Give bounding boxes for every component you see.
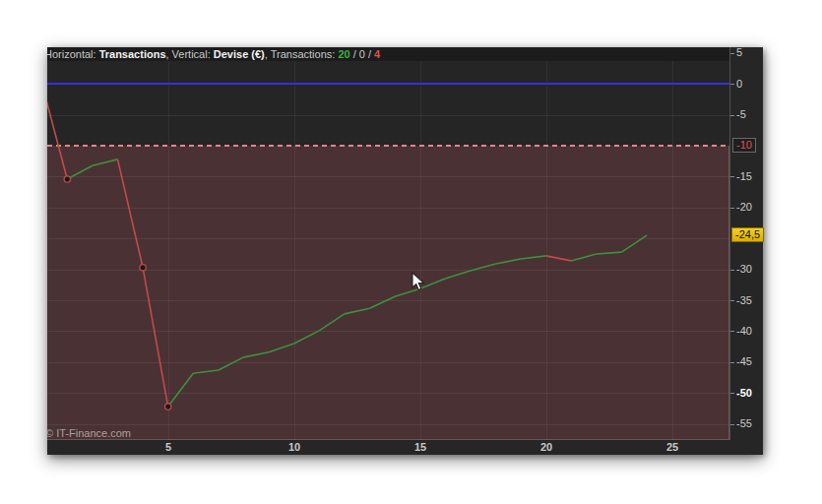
y-axis-tick-label: -45: [736, 355, 752, 368]
transaction-marker: [165, 404, 171, 410]
horizontal-axis-value: Transactions: [99, 48, 166, 60]
vertical-axis-value: Devise (€): [214, 48, 265, 60]
time-scale[interactable]: 510152025: [47, 440, 763, 455]
scale-tick: [730, 53, 734, 54]
transactions-label: , Transactions:: [265, 48, 339, 60]
horizontal-axis-label: Horizontal:: [47, 48, 99, 60]
scale-tick: [730, 208, 734, 209]
y-axis-tick-label: -40: [736, 325, 752, 338]
gain-segment: [621, 235, 647, 252]
gain-segment: [319, 314, 345, 331]
transaction-marker: [64, 176, 70, 182]
gain-segment: [168, 373, 194, 407]
loss-segment: [546, 256, 572, 261]
equity-curve: [47, 47, 729, 440]
y-axis-tick-label: 5: [736, 46, 742, 59]
mouse-cursor: [411, 272, 426, 292]
gain-segment: [496, 259, 522, 264]
scale-tick: [730, 362, 734, 363]
y-axis-tick-label: -5: [736, 108, 746, 121]
scale-tick: [730, 176, 734, 177]
gain-segment: [219, 357, 244, 370]
current-value-tag: -24,5: [731, 227, 764, 242]
losing-transactions-count: 4: [374, 48, 380, 60]
x-axis-tick-label: 20: [540, 441, 552, 453]
itfinance-watermark: © IT-Finance.com: [49, 427, 131, 439]
gain-segment: [471, 264, 496, 271]
scale-tick: [730, 331, 734, 332]
scale-tick: [730, 393, 734, 394]
y-axis-tick-label: -15: [736, 170, 752, 183]
scale-tick: [730, 270, 734, 271]
gain-segment: [445, 271, 471, 279]
y-axis-tick-label: -20: [736, 201, 752, 214]
gain-segment: [345, 308, 370, 314]
scale-tick: [730, 84, 734, 85]
loss-segment: [118, 159, 144, 268]
x-axis-tick-label: 15: [414, 441, 426, 453]
gain-segment: [244, 352, 270, 357]
y-axis-tick-label: -30: [736, 263, 752, 276]
y-axis-tick-label: -50: [736, 387, 752, 400]
gain-segment: [67, 165, 93, 179]
separator: /: [365, 48, 374, 60]
gain-segment: [294, 331, 320, 344]
gain-segment: [597, 252, 622, 254]
separator: /: [350, 48, 359, 60]
gain-segment: [269, 344, 294, 352]
y-axis-tick-label: 0: [736, 78, 742, 91]
chart-window: Horizontal: Transactions, Vertical: Devi…: [47, 47, 763, 455]
scale-tick: [730, 115, 734, 116]
scale-tick: [730, 424, 734, 425]
gain-segment: [521, 256, 546, 259]
chart-plot-area[interactable]: Horizontal: Transactions, Vertical: Devi…: [47, 47, 729, 440]
y-axis-tick-label: -55: [736, 417, 752, 430]
y-axis-tick-label: -35: [736, 294, 752, 307]
scale-tick: [730, 300, 734, 301]
page: { "header": { "h_label": "Horizontal: ",…: [0, 0, 822, 504]
x-axis-tick-label: 10: [288, 441, 300, 453]
gain-segment: [370, 296, 396, 308]
winning-transactions-count: 20: [338, 48, 349, 60]
loss-segment: [143, 268, 168, 407]
transaction-marker: [140, 265, 146, 271]
price-scale[interactable]: 50-5-10-15-20-24,5-30-35-40-45-50-55: [729, 47, 763, 440]
x-axis-tick-label: 5: [165, 441, 171, 453]
chart-info-bar: Horizontal: Transactions, Vertical: Devi…: [47, 47, 729, 61]
vertical-axis-label: , Vertical:: [166, 48, 214, 60]
gain-segment: [93, 159, 118, 165]
gain-segment: [571, 254, 597, 261]
x-axis-tick-label: 25: [666, 441, 678, 453]
gain-segment: [193, 370, 219, 373]
loss-segment: [47, 84, 67, 179]
threshold-value-tag: -10: [732, 138, 756, 153]
